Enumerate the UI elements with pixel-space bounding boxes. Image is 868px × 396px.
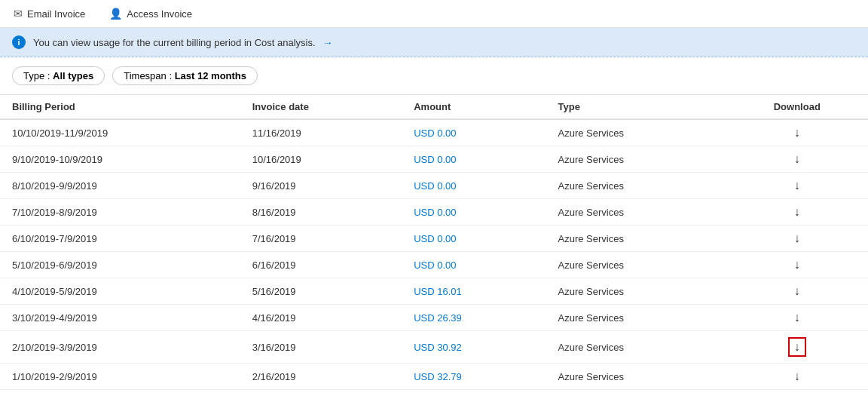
cost-analysis-link[interactable]: → (323, 37, 333, 48)
cell-type: Azure Services (546, 278, 726, 305)
cell-download[interactable]: ↓ (726, 119, 868, 146)
cell-billing-period: 10/10/2019-11/9/2019 (0, 119, 240, 146)
cell-amount[interactable]: USD 26.39 (402, 305, 546, 331)
cell-billing-period: 1/10/2019-2/9/2019 (0, 364, 240, 390)
cell-amount[interactable]: USD 16.01 (402, 278, 546, 305)
cell-invoice-date: 9/16/2019 (240, 173, 402, 199)
cell-download[interactable]: ↓ (726, 146, 868, 173)
cell-type: Azure Services (546, 199, 726, 226)
download-button[interactable]: ↓ (794, 232, 800, 245)
download-button[interactable]: ↓ (788, 337, 806, 357)
cell-invoice-date: 7/16/2019 (240, 226, 402, 252)
table-row: 9/10/2019-10/9/201910/16/2019USD 0.00Azu… (0, 146, 868, 173)
cell-invoice-date: 4/16/2019 (240, 305, 402, 331)
email-invoice-button[interactable]: ✉ Email Invoice (9, 5, 90, 23)
table-row: 6/10/2019-7/9/20197/16/2019USD 0.00Azure… (0, 226, 868, 252)
amount-link[interactable]: USD 30.92 (414, 342, 462, 353)
cell-invoice-date: 3/16/2019 (240, 331, 402, 364)
cell-download[interactable]: ↓ (726, 305, 868, 331)
cell-download[interactable]: ↓ (726, 278, 868, 305)
amount-link[interactable]: USD 0.00 (414, 154, 456, 165)
cell-amount[interactable]: USD 0.00 (402, 146, 546, 173)
table-row: 5/10/2019-6/9/20196/16/2019USD 0.00Azure… (0, 252, 868, 278)
table-header: Billing Period Invoice date Amount Type … (0, 95, 868, 119)
table-row: 1/10/2019-2/9/20192/16/2019USD 32.79Azur… (0, 364, 868, 390)
col-billing-period: Billing Period (0, 95, 240, 119)
download-button[interactable]: ↓ (794, 258, 800, 272)
info-icon: i (12, 35, 26, 49)
amount-link[interactable]: USD 0.00 (414, 233, 456, 244)
table-row: 2/10/2019-3/9/20193/16/2019USD 30.92Azur… (0, 331, 868, 364)
cell-billing-period: 5/10/2019-6/9/2019 (0, 252, 240, 278)
col-download: Download (726, 95, 868, 119)
cell-billing-period: 7/10/2019-8/9/2019 (0, 199, 240, 226)
amount-link[interactable]: USD 0.00 (414, 259, 456, 271)
table-row: 7/10/2019-8/9/20198/16/2019USD 0.00Azure… (0, 199, 868, 226)
col-type: Type (546, 95, 726, 119)
amount-link[interactable]: USD 0.00 (414, 127, 456, 139)
cell-amount[interactable]: USD 30.92 (402, 331, 546, 364)
cell-billing-period: 8/10/2019-9/9/2019 (0, 173, 240, 199)
cell-amount[interactable]: USD 0.00 (402, 199, 546, 226)
cell-billing-period: 4/10/2019-5/9/2019 (0, 278, 240, 305)
download-button[interactable]: ↓ (794, 126, 800, 140)
cell-amount[interactable]: USD 0.00 (402, 119, 546, 146)
cell-invoice-date: 11/16/2019 (240, 119, 402, 146)
cell-amount[interactable]: USD 0.00 (402, 226, 546, 252)
table-row: 8/10/2019-9/9/20199/16/2019USD 0.00Azure… (0, 173, 868, 199)
cell-download[interactable]: ↓ (726, 199, 868, 226)
info-banner: i You can view usage for the current bil… (0, 28, 868, 57)
download-button[interactable]: ↓ (794, 152, 800, 166)
cell-billing-period: 3/10/2019-4/9/2019 (0, 305, 240, 331)
cell-download[interactable]: ↓ (726, 331, 868, 364)
cell-type: Azure Services (546, 119, 726, 146)
download-button[interactable]: ↓ (794, 284, 800, 298)
amount-link[interactable]: USD 26.39 (414, 312, 462, 324)
col-invoice-date: Invoice date (240, 95, 402, 119)
person-icon: 👤 (109, 8, 122, 20)
email-icon: ✉ (14, 8, 23, 20)
cell-type: Azure Services (546, 226, 726, 252)
cell-download[interactable]: ↓ (726, 226, 868, 252)
toolbar: ✉ Email Invoice 👤 Access Invoice (0, 0, 868, 28)
cell-type: Azure Services (546, 305, 726, 331)
cell-invoice-date: 6/16/2019 (240, 252, 402, 278)
download-button[interactable]: ↓ (794, 205, 800, 219)
cell-billing-period: 9/10/2019-10/9/2019 (0, 146, 240, 173)
amount-link[interactable]: USD 16.01 (414, 286, 462, 297)
cell-invoice-date: 10/16/2019 (240, 146, 402, 173)
cell-invoice-date: 8/16/2019 (240, 199, 402, 226)
cell-type: Azure Services (546, 331, 726, 364)
cell-type: Azure Services (546, 146, 726, 173)
cell-download[interactable]: ↓ (726, 173, 868, 199)
timespan-filter[interactable]: Timespan : Last 12 months (112, 66, 258, 85)
cell-billing-period: 6/10/2019-7/9/2019 (0, 226, 240, 252)
cell-type: Azure Services (546, 364, 726, 390)
amount-link[interactable]: USD 0.00 (414, 180, 456, 192)
type-label: Type : (23, 70, 53, 81)
cell-amount[interactable]: USD 32.79 (402, 364, 546, 390)
cell-download[interactable]: ↓ (726, 364, 868, 390)
access-invoice-label: Access Invoice (127, 8, 192, 20)
download-button[interactable]: ↓ (794, 311, 800, 324)
invoices-table: Billing Period Invoice date Amount Type … (0, 95, 868, 390)
amount-link[interactable]: USD 32.79 (414, 371, 462, 382)
download-button[interactable]: ↓ (794, 179, 800, 192)
cell-amount[interactable]: USD 0.00 (402, 173, 546, 199)
table-body: 10/10/2019-11/9/201911/16/2019USD 0.00Az… (0, 119, 868, 390)
cell-download[interactable]: ↓ (726, 252, 868, 278)
filters-bar: Type : All types Timespan : Last 12 mont… (0, 57, 868, 95)
table-row: 10/10/2019-11/9/201911/16/2019USD 0.00Az… (0, 119, 868, 146)
amount-link[interactable]: USD 0.00 (414, 207, 456, 218)
type-filter[interactable]: Type : All types (12, 66, 105, 85)
cell-invoice-date: 2/16/2019 (240, 364, 402, 390)
banner-text: You can view usage for the current billi… (33, 37, 316, 48)
timespan-value: Last 12 months (175, 70, 246, 81)
cell-type: Azure Services (546, 173, 726, 199)
cell-amount[interactable]: USD 0.00 (402, 252, 546, 278)
timespan-label: Timespan : (124, 70, 174, 81)
access-invoice-button[interactable]: 👤 Access Invoice (105, 5, 197, 23)
col-amount: Amount (402, 95, 546, 119)
download-button[interactable]: ↓ (794, 370, 800, 383)
cell-invoice-date: 5/16/2019 (240, 278, 402, 305)
